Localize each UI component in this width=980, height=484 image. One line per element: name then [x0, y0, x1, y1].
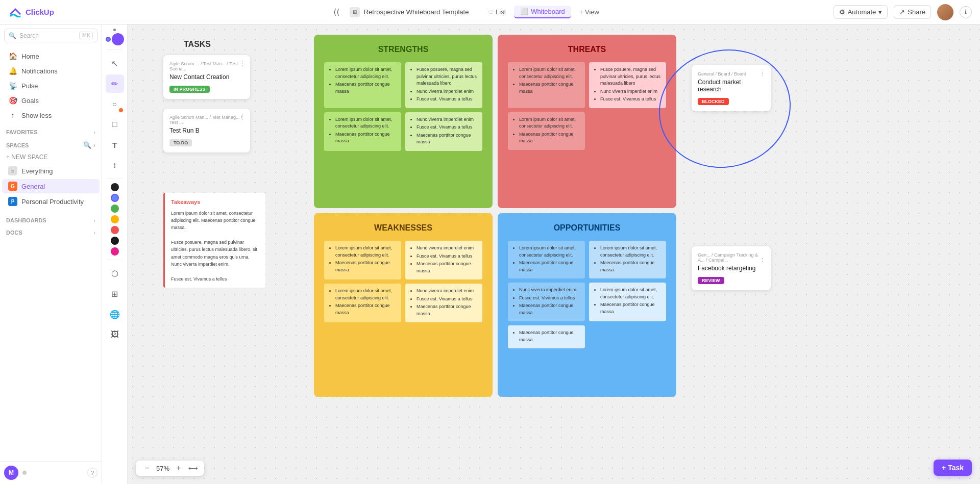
- color-green[interactable]: [111, 205, 119, 213]
- strengths-note-3: Lorem ipsum dolor sit amet, consectetur …: [324, 112, 401, 151]
- spaces-actions: 🔍 ›: [83, 141, 95, 149]
- tool-transform[interactable]: ↕: [106, 156, 124, 174]
- docs-expand[interactable]: ›: [93, 230, 95, 236]
- favorites-expand[interactable]: ›: [93, 129, 95, 135]
- tool-select[interactable]: ↖: [106, 54, 124, 72]
- sidebar-item-goals[interactable]: 🎯 Goals: [2, 93, 100, 108]
- add-task-button[interactable]: + Task: [934, 460, 972, 476]
- tool-dot-top: [113, 29, 116, 31]
- help-button[interactable]: ?: [87, 468, 97, 478]
- tasks-title: TASKS: [184, 40, 211, 49]
- weaknesses-notes: Lorem ipsum dolor sit amet, consectetur …: [324, 241, 482, 322]
- breadcrumb-title: Retrospective Whiteboard Template: [364, 8, 469, 16]
- tool-image[interactable]: 🖼: [106, 325, 124, 344]
- sidebar-item-notifications[interactable]: 🔔 Notifications: [2, 64, 100, 78]
- tab-whiteboard[interactable]: ⬜ Whiteboard: [514, 6, 571, 18]
- opp-note-1: Lorem ipsum dolor sit amet, consectetur …: [508, 241, 585, 278]
- favorites-section: FAVORITES ›: [0, 125, 102, 137]
- search-box[interactable]: 🔍 Search ⌘K: [4, 29, 97, 42]
- info-button[interactable]: ℹ: [960, 6, 972, 18]
- user-avatar-sidebar[interactable]: M: [4, 466, 18, 480]
- tab-add-view[interactable]: + View: [573, 6, 605, 18]
- task-title-2: Test Run B: [169, 127, 244, 134]
- main-layout: 🔍 Search ⌘K 🏠 Home 🔔 Notifications 📡 Pul…: [0, 24, 980, 484]
- weaknesses-note-3: Lorem ipsum dolor sit amet, consectetur …: [324, 284, 401, 322]
- tool-separator-1: [107, 49, 122, 50]
- tool-shape[interactable]: ○: [106, 95, 124, 113]
- color-dark[interactable]: [111, 237, 119, 245]
- opportunities-title: OPPORTUNITIES: [508, 223, 666, 233]
- sidebar-item-pulse[interactable]: 📡 Pulse: [2, 79, 100, 93]
- fb-options[interactable]: ⋮: [760, 258, 765, 263]
- pulse-icon: 📡: [8, 82, 17, 90]
- sidebar-item-personal[interactable]: P Personal Productivity: [2, 194, 100, 209]
- zoom-out-btn[interactable]: −: [142, 464, 152, 473]
- topbar: ClickUp ⟨⟨ ⊞ Retrospective Whiteboard Te…: [0, 0, 980, 24]
- zoom-controls: − 57% + ⟷: [136, 461, 204, 476]
- weaknesses-note-1: Lorem ipsum dolor sit amet, consectetur …: [324, 241, 401, 279]
- spaces-search-btn[interactable]: 🔍: [83, 141, 91, 149]
- sidebar-item-home[interactable]: 🏠 Home: [2, 49, 100, 63]
- tool-globe[interactable]: 🌐: [106, 305, 124, 323]
- canvas-area[interactable]: TASKS Agile Scrum ... / Test Man... / Te…: [128, 24, 980, 484]
- opp-note-3: Nunc viverra imperdiet enimFusce est. Vi…: [508, 283, 585, 321]
- zoom-fit-btn[interactable]: ⟷: [188, 465, 198, 472]
- sidebar-item-general[interactable]: G General: [2, 179, 100, 193]
- market-title: Conduct market research: [698, 79, 765, 93]
- general-icon: G: [8, 182, 17, 191]
- tools-panel: ↖ ✏ ○ □ T ↕ ⬡ ⊞ 🌐 🖼: [102, 24, 128, 484]
- goals-icon: 🎯: [8, 96, 17, 105]
- dashboards-expand[interactable]: ›: [93, 217, 95, 223]
- tool-group[interactable]: ⊞: [106, 285, 124, 303]
- color-red[interactable]: [111, 226, 119, 234]
- task-meta-1: Agile Scrum ... / Test Man... / Test Sce…: [169, 61, 244, 71]
- threats-note-1: Lorem ipsum dolor sit amet, consectetur …: [508, 62, 585, 108]
- strengths-note-1: Lorem ipsum dolor sit amet, consectetur …: [324, 62, 401, 108]
- tool-note[interactable]: □: [106, 115, 124, 134]
- strengths-note-2: Fusce posuere, magna sed pulvinar ultric…: [405, 62, 482, 108]
- threats-notes: Lorem ipsum dolor sit amet, consectetur …: [508, 62, 666, 150]
- color-yellow[interactable]: [111, 215, 119, 223]
- task-status-1: IN PROGRESS: [169, 86, 210, 93]
- takeaways-card: Takeaways Lorem ipsum dolor sit amet, co…: [163, 193, 265, 288]
- color-pink[interactable]: [111, 247, 119, 256]
- zoom-in-btn[interactable]: +: [174, 464, 184, 473]
- status-dot[interactable]: [22, 471, 27, 475]
- opp-note-4: Lorem ipsum dolor sit amet, consectetur …: [589, 283, 666, 321]
- color-black[interactable]: [111, 183, 119, 191]
- opp-note-2: Lorem ipsum dolor sit amet, consectetur …: [589, 241, 666, 278]
- sidebar-collapse-btn[interactable]: ⟨⟨: [333, 7, 339, 17]
- color-palette: [111, 183, 119, 256]
- user-avatar[interactable]: [937, 4, 953, 20]
- share-button[interactable]: ↗ Share: [894, 5, 931, 19]
- strengths-note-4: Nunc viverra imperdiet enimFusce est. Vi…: [405, 112, 482, 151]
- task-card-new-contact[interactable]: Agile Scrum ... / Test Man... / Test Sce…: [163, 55, 250, 99]
- fb-retargeting-card[interactable]: Gen... / Campaign Tracking & A... / Camp…: [692, 246, 771, 290]
- view-tabs: ≡ List ⬜ Whiteboard + View: [483, 6, 605, 18]
- home-icon: 🏠: [8, 52, 17, 60]
- tool-pen[interactable]: ✏: [106, 74, 124, 93]
- market-research-card[interactable]: General / Board / Board ⋮ Conduct market…: [692, 65, 771, 111]
- task-options-1[interactable]: ⋮: [239, 59, 246, 67]
- automate-button[interactable]: ⚙ Automate ▾: [834, 5, 888, 19]
- task-options-2[interactable]: ⋮: [239, 113, 246, 121]
- market-options[interactable]: ⋮: [760, 71, 765, 77]
- show-less-icon: ↑: [8, 111, 17, 119]
- quadrant-strengths: STRENGTHS Lorem ipsum dolor sit amet, co…: [314, 35, 493, 208]
- tool-separator-2: [107, 179, 122, 179]
- sidebar-item-show-less[interactable]: ↑ Show less: [2, 108, 100, 122]
- tool-text[interactable]: T: [106, 136, 124, 154]
- tool-connect[interactable]: ⬡: [106, 264, 124, 283]
- docs-section: DOCS ›: [0, 225, 102, 238]
- color-blue-active[interactable]: [111, 194, 119, 202]
- spaces-expand-btn[interactable]: ›: [93, 141, 95, 149]
- new-space-button[interactable]: + NEW SPACE: [0, 151, 102, 163]
- threats-title: THREATS: [508, 45, 666, 54]
- app-logo[interactable]: ClickUp: [8, 5, 105, 19]
- personal-icon: P: [8, 197, 17, 206]
- sidebar-item-everything[interactable]: ≡ Everything: [2, 164, 100, 178]
- task-card-test-run[interactable]: Agile Scrum Man... / Test Manag... / Tes…: [163, 109, 250, 152]
- tab-list[interactable]: ≡ List: [483, 6, 512, 18]
- strengths-notes: Lorem ipsum dolor sit amet, consectetur …: [324, 62, 482, 151]
- market-meta: General / Board / Board ⋮: [698, 71, 765, 77]
